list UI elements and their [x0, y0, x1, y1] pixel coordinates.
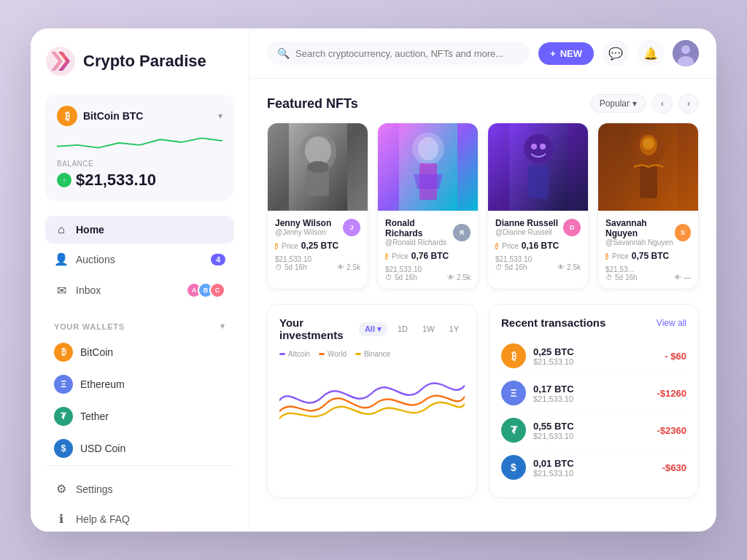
inbox-avatars: A B C: [190, 282, 225, 298]
nft-creator-avatar-1: J: [343, 219, 360, 236]
transaction-item-1: ₿ 0,25 BTC $21,533.10 - $60: [501, 338, 686, 375]
nft-price-row-3: ₿ Price 0,16 BTC: [495, 241, 581, 251]
bitcoin-label: BitCoin: [80, 346, 113, 358]
ethereum-label: Ethereum: [80, 378, 125, 390]
auctions-icon: 👤: [54, 252, 69, 266]
balance-value: $21,533.10: [76, 171, 156, 190]
nft-info-1: Jenny Wilson @Jenny Wilson J ₿ Price 0,2…: [268, 211, 368, 279]
wallet-item-tether[interactable]: ₮ Tether: [45, 401, 234, 432]
nav-label-home: Home: [76, 224, 104, 236]
nft-card-1[interactable]: Jenny Wilson @Jenny Wilson J ₿ Price 0,2…: [267, 122, 368, 289]
investments-card: Your investments All ▾ 1D 1W 1Y: [267, 304, 477, 498]
tether-label: Tether: [80, 411, 109, 422]
chat-button[interactable]: 💬: [603, 40, 629, 66]
nft-image-1: [268, 123, 368, 211]
svg-rect-17: [528, 166, 549, 198]
all-chevron-icon: ▾: [377, 324, 382, 334]
nft-info-4: Savannah Nguyen @Savannah Nguyen S ₿ Pri…: [598, 211, 698, 289]
wallets-chevron-icon[interactable]: ▾: [220, 322, 225, 331]
nft-meta-3: ⏱5d 16h 👁2.5k: [495, 263, 581, 271]
nft-image-4: [598, 123, 698, 211]
tx-icon-eth: Ξ: [501, 381, 526, 405]
settings-icon: ⚙: [54, 482, 69, 496]
nav-item-auctions[interactable]: 👤 Auctions 4: [45, 245, 234, 273]
wallets-header: YOUR WALLETS ▾: [45, 316, 234, 337]
balance-label: BALANCE: [57, 160, 222, 168]
notifications-button[interactable]: 🔔: [638, 40, 664, 66]
nft-creator-handle-1: @Jenny Wilson: [275, 228, 331, 236]
new-button[interactable]: + NEW: [538, 42, 594, 65]
featured-nfts-title: Featured NFTs: [267, 96, 358, 112]
svg-point-14: [524, 134, 553, 163]
nft-card-3[interactable]: Dianne Russell @Dianne Russell D ₿ Price…: [487, 122, 589, 289]
up-arrow-icon: ↑: [57, 173, 71, 187]
nav-label-inbox: Inbox: [76, 284, 101, 296]
inbox-avatar-3: C: [209, 282, 225, 298]
investments-title: Your investments: [279, 316, 359, 341]
nft-card-4[interactable]: Savannah Nguyen @Savannah Nguyen S ₿ Pri…: [597, 122, 699, 289]
user-avatar[interactable]: [673, 40, 699, 66]
prev-arrow-button[interactable]: ‹: [652, 93, 673, 114]
svg-point-8: [307, 161, 329, 173]
nav-item-inbox[interactable]: ✉ Inbox A B C: [45, 275, 234, 306]
nft-price-row-2: ₿ Price 0,76 BTC: [385, 251, 471, 261]
nft-creator-name-4: Savannah Nguyen: [605, 218, 675, 238]
time-filters: 1D 1W 1Y: [392, 322, 465, 335]
wallet-item-bitcoin[interactable]: ₿ BitCoin: [45, 337, 234, 368]
tx-details-2: 0,17 BTC $21,533.10: [533, 384, 650, 403]
main-content: 🔍 + NEW 💬 🔔: [249, 28, 716, 532]
wallet-item-usdc[interactable]: $ USD Coin: [45, 433, 234, 464]
bottom-section: Your investments All ▾ 1D 1W 1Y: [267, 304, 699, 498]
nav-section: ⌂ Home 👤 Auctions 4 ✉ Inbox A B C: [45, 216, 234, 307]
tx-usd-3: $21,533.10: [533, 432, 650, 440]
time-filter-1y[interactable]: 1Y: [444, 322, 465, 335]
nft-creator-name-2: Ronald Richards: [385, 218, 453, 238]
nav-item-settings[interactable]: ⚙ Settings: [45, 475, 234, 503]
time-filter-1d[interactable]: 1D: [392, 322, 414, 335]
investments-chart: [279, 364, 465, 429]
svg-point-15: [531, 144, 537, 149]
svg-point-16: [540, 144, 546, 149]
sidebar: Crypto Paradise ₿ BitCoin BTC ▾ BALANCE …: [31, 28, 249, 532]
tx-usd-4: $21,533.10: [533, 469, 655, 478]
content-area: Featured NFTs Popular ▾ ‹ ›: [249, 79, 716, 532]
legend-binance: Binance: [355, 350, 390, 358]
tx-details-1: 0,25 BTC $21,533.10: [533, 346, 657, 366]
all-dropdown[interactable]: All ▾: [359, 322, 387, 336]
filter-controls: Popular ▾ ‹ ›: [590, 93, 699, 114]
bottom-nav: ⚙ Settings ℹ Help & FAQ ◑ Dark mode: [45, 465, 234, 532]
transaction-item-3: ₮ 0,55 BTC $21,533.10 -$2360: [501, 412, 686, 449]
nft-creator-handle-2: @Ronald Richards: [385, 238, 453, 246]
svg-rect-22: [640, 166, 657, 198]
logo-icon: [45, 46, 76, 77]
nav-item-help[interactable]: ℹ Help & FAQ: [45, 505, 234, 532]
next-arrow-button[interactable]: ›: [678, 93, 699, 114]
search-box[interactable]: 🔍: [267, 42, 530, 65]
transaction-item-2: Ξ 0,17 BTC $21,533.10 -$1260: [501, 375, 686, 412]
investments-header: Your investments All ▾ 1D 1W 1Y: [279, 316, 465, 341]
time-filter-1w[interactable]: 1W: [417, 322, 441, 335]
legend-altcoin: Altcoin: [279, 350, 310, 358]
coin-info: ₿ BitCoin BTC: [57, 106, 143, 126]
nft-creator-avatar-3: D: [563, 219, 581, 236]
search-icon: 🔍: [277, 47, 290, 59]
tx-amount-3: 0,55 BTC: [533, 421, 650, 432]
nft-card-2[interactable]: Ronald Richards @Ronald Richards R ₿ Pri…: [377, 122, 479, 289]
bitcoin-icon: ₿: [57, 106, 77, 126]
search-input[interactable]: [295, 48, 519, 59]
popular-filter-dropdown[interactable]: Popular ▾: [590, 94, 646, 113]
tx-icon-usdc: $: [501, 455, 526, 480]
view-all-link[interactable]: View all: [657, 318, 686, 328]
nft-image-2: [378, 123, 478, 211]
nft-price-row-4: ₿ Price 0,75 BTC: [605, 251, 691, 261]
wallet-item-ethereum[interactable]: Ξ Ethereum: [45, 369, 234, 400]
nft-creator-avatar-4: S: [675, 224, 691, 241]
nav-item-home[interactable]: ⌂ Home: [45, 216, 234, 244]
auctions-badge: 4: [211, 254, 225, 265]
tx-value-2: -$1260: [657, 388, 686, 399]
chevron-down-icon[interactable]: ▾: [218, 111, 222, 121]
nft-creator-handle-4: @Savannah Nguyen: [605, 238, 675, 246]
transactions-card: Recent transactions View all ₿ 0,25 BTC …: [489, 304, 699, 498]
bitcoin-wallet-icon: ₿: [54, 343, 73, 362]
nft-creator-handle-3: @Dianne Russell: [495, 228, 558, 236]
